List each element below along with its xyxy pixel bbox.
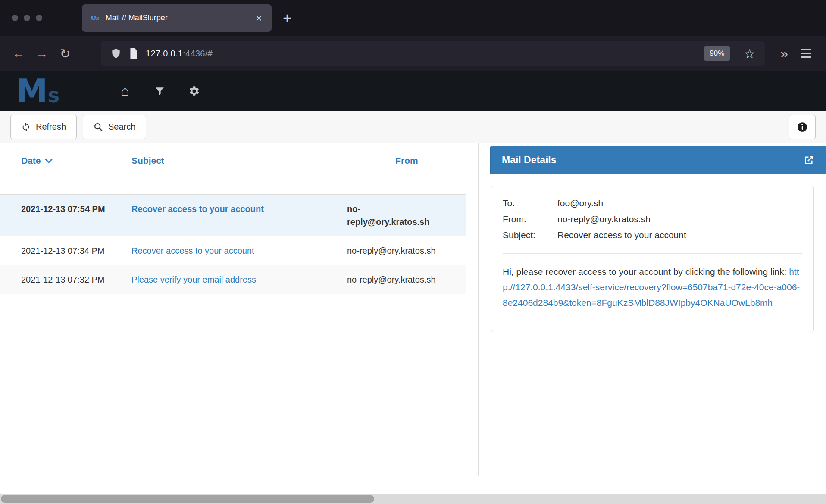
mail-details-pane: Mail Details To: foo@ory.sh From: no-rep…: [479, 143, 826, 476]
info-icon: [797, 121, 808, 133]
bottom-strip: [0, 476, 826, 494]
mail-subject-link[interactable]: Recover access to your account: [123, 244, 347, 257]
column-header-date[interactable]: Date: [0, 156, 123, 166]
mail-details-title: Mail Details: [502, 154, 557, 166]
open-external-icon[interactable]: [804, 154, 815, 165]
new-tab-button[interactable]: +: [283, 9, 291, 26]
subject-label: Subject:: [503, 227, 557, 243]
refresh-button[interactable]: Refresh: [10, 115, 77, 139]
url-path: :4436/#: [183, 49, 213, 58]
field-row-from: From: no-reply@ory.kratos.sh: [503, 212, 802, 227]
refresh-icon: [21, 122, 31, 132]
to-value: foo@ory.sh: [557, 196, 802, 212]
mail-list-header: Date Subject From: [0, 156, 478, 174]
window-control-dot[interactable]: [12, 15, 18, 21]
tab-favicon-icon: Ms: [91, 14, 100, 22]
forward-button[interactable]: →: [30, 42, 53, 65]
mail-date: 2021-12-13 07:54 PM: [0, 202, 123, 228]
app-nav-icons: ⌂: [115, 81, 204, 101]
reload-button[interactable]: ↻: [53, 42, 77, 65]
mail-row[interactable]: 2021-12-13 07:34 PM Recover access to yo…: [0, 236, 466, 265]
mail-row[interactable]: 2021-12-13 07:32 PM Please verify your e…: [0, 265, 466, 294]
app-header: Ms ⌂: [0, 71, 826, 111]
search-button-label: Search: [108, 122, 135, 132]
column-header-subject: Subject: [123, 156, 347, 166]
shield-icon[interactable]: [110, 48, 122, 59]
mail-date: 2021-12-13 07:34 PM: [0, 244, 123, 257]
mail-details-header: Mail Details: [490, 146, 826, 174]
mail-rows: 2021-12-13 07:54 PM Recover access to yo…: [0, 194, 466, 294]
filter-icon[interactable]: [150, 81, 169, 101]
browser-tab[interactable]: Ms Mail // MailSlurper ×: [82, 4, 272, 32]
info-button[interactable]: [789, 115, 816, 139]
zoom-indicator[interactable]: 90%: [704, 46, 730, 61]
settings-gear-icon[interactable]: [184, 81, 204, 101]
to-label: To:: [503, 196, 557, 212]
address-bar[interactable]: 127.0.0.1:4436/# 90% ☆: [101, 41, 765, 66]
window-controls: [12, 15, 42, 21]
mail-date: 2021-12-13 07:32 PM: [0, 273, 123, 286]
search-button[interactable]: Search: [83, 115, 146, 139]
browser-nav-bar: ← → ↻ 127.0.0.1:4436/# 90% ☆ »: [0, 36, 826, 71]
mail-from: no-reply@ory.kratos.sh: [347, 202, 466, 228]
sort-chevron-down-icon: [45, 159, 53, 163]
menu-button[interactable]: [793, 49, 819, 58]
overflow-menu-button[interactable]: »: [774, 46, 793, 62]
divider: [503, 253, 802, 254]
search-icon: [94, 122, 103, 132]
mail-details-card: To: foo@ory.sh From: no-reply@ory.kratos…: [491, 186, 814, 332]
field-row-subject: Subject: Recover access to your account: [503, 227, 802, 243]
column-header-from: From: [347, 156, 466, 166]
mail-row[interactable]: 2021-12-13 07:54 PM Recover access to yo…: [0, 195, 466, 236]
mail-from: no-reply@ory.kratos.sh: [347, 244, 466, 257]
mail-body: Hi, please recover access to your accoun…: [503, 264, 802, 310]
mailslurper-logo: Ms: [16, 75, 115, 107]
from-label: From:: [503, 212, 557, 227]
main-content: Date Subject From 2021-12-13 07:54 PM Re…: [0, 143, 826, 476]
url-host: 127.0.0.1: [146, 49, 183, 58]
tab-close-icon[interactable]: ×: [252, 12, 266, 25]
url-text: 127.0.0.1:4436/#: [146, 49, 213, 59]
subject-value: Recover access to your account: [557, 227, 802, 243]
page-icon[interactable]: [128, 48, 139, 59]
toolbar: Refresh Search: [0, 111, 826, 143]
home-icon[interactable]: ⌂: [115, 81, 135, 101]
mail-list-pane: Date Subject From 2021-12-13 07:54 PM Re…: [0, 143, 479, 476]
horizontal-scrollbar-track[interactable]: [0, 494, 826, 504]
horizontal-scrollbar-thumb[interactable]: [1, 495, 374, 503]
browser-tab-bar: Ms Mail // MailSlurper × +: [0, 0, 826, 36]
from-value: no-reply@ory.kratos.sh: [557, 212, 802, 227]
date-header-label: Date: [21, 156, 41, 166]
mail-subject-link[interactable]: Please verify your email address: [123, 273, 347, 286]
window-control-dot[interactable]: [36, 15, 42, 21]
mail-body-text: Hi, please recover access to your accoun…: [503, 267, 789, 277]
refresh-button-label: Refresh: [36, 122, 66, 132]
bookmark-star-icon[interactable]: ☆: [744, 46, 755, 61]
mail-subject-link[interactable]: Recover access to your account: [123, 202, 347, 228]
logo-letter-m: M: [16, 72, 48, 109]
tab-title: Mail // MailSlurper: [106, 13, 252, 22]
field-row-to: To: foo@ory.sh: [503, 196, 802, 212]
back-button[interactable]: ←: [7, 42, 30, 65]
logo-letter-s: s: [48, 84, 59, 107]
window-control-dot[interactable]: [24, 15, 30, 21]
mail-from: no-reply@ory.kratos.sh: [347, 273, 466, 286]
